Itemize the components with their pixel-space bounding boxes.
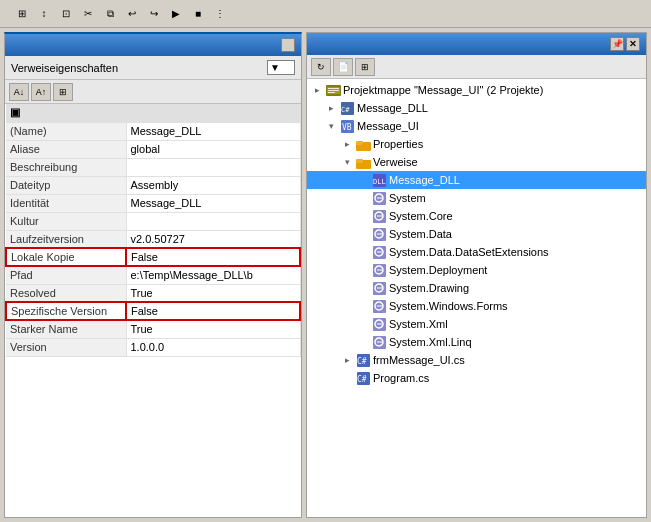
tree-item-14[interactable]: System.Xml.Linq bbox=[307, 333, 646, 351]
tree-item-4[interactable]: ▾Verweise bbox=[307, 153, 646, 171]
property-name-9: Resolved bbox=[6, 284, 126, 302]
tree-icon-13 bbox=[371, 316, 387, 332]
svg-text:C#: C# bbox=[357, 357, 367, 366]
tree-icon-9 bbox=[371, 244, 387, 260]
svg-text:DLL: DLL bbox=[373, 178, 386, 186]
toolbar-icon-10[interactable]: ⋮ bbox=[210, 4, 230, 24]
tree-item-16[interactable]: C#Program.cs bbox=[307, 369, 646, 387]
tree-expand-16[interactable] bbox=[339, 370, 355, 386]
tree-item-7[interactable]: System.Core bbox=[307, 207, 646, 225]
tree-expand-9[interactable] bbox=[355, 244, 371, 260]
refresh-button[interactable]: ↻ bbox=[311, 58, 331, 76]
property-value-12: 1.0.0.0 bbox=[126, 338, 300, 356]
panel-header-title: Verweiseigenschaften bbox=[11, 62, 118, 74]
top-toolbar: ⊞ ↕ ⊡ ✂ ⧉ ↩ ↪ ▶ ■ ⋮ bbox=[0, 0, 651, 28]
properties-button[interactable]: ⊞ bbox=[355, 58, 375, 76]
solution-tree[interactable]: ▸Projektmappe "Message_UI" (2 Projekte)▸… bbox=[307, 79, 646, 517]
property-name-5: Kultur bbox=[6, 212, 126, 230]
tree-expand-10[interactable] bbox=[355, 262, 371, 278]
sort-za-button[interactable]: A↑ bbox=[31, 83, 51, 101]
tree-label-12: System.Windows.Forms bbox=[389, 300, 508, 312]
tree-item-6[interactable]: System bbox=[307, 189, 646, 207]
property-name-4: Identität bbox=[6, 194, 126, 212]
property-name-10: Spezifische Version bbox=[6, 302, 126, 320]
tree-icon-7 bbox=[371, 208, 387, 224]
properties-table: ▣ (Name)Message_DLLAliaseglobalBeschreib… bbox=[5, 104, 301, 517]
eigenschaften-panel: Verweiseigenschaften ▼ A↓ A↑ ⊞ ▣ (Nam bbox=[4, 32, 302, 518]
tree-icon-2: VB bbox=[339, 118, 355, 134]
tree-expand-11[interactable] bbox=[355, 280, 371, 296]
property-row-6: Laufzeitversionv2.0.50727 bbox=[6, 230, 300, 248]
tree-label-7: System.Core bbox=[389, 210, 453, 222]
property-row-4: IdentitätMessage_DLL bbox=[6, 194, 300, 212]
panel-toolbar: A↓ A↑ ⊞ bbox=[5, 80, 301, 104]
close-button[interactable]: ✕ bbox=[626, 37, 640, 51]
tree-expand-0[interactable]: ▸ bbox=[309, 82, 325, 98]
panel-header-subtitle: Verweiseigenschaften bbox=[11, 62, 118, 74]
tree-icon-12 bbox=[371, 298, 387, 314]
pin-button[interactable]: 📌 bbox=[610, 37, 624, 51]
tree-icon-11 bbox=[371, 280, 387, 296]
tree-expand-3[interactable]: ▸ bbox=[339, 136, 355, 152]
tree-item-5[interactable]: DLLMessage_DLL bbox=[307, 171, 646, 189]
right-panel-titlebar: 📌 ✕ bbox=[307, 33, 646, 55]
property-value-8: e:\Temp\Message_DLL\b bbox=[126, 266, 300, 284]
tree-expand-6[interactable] bbox=[355, 190, 371, 206]
title-icons: 📌 ✕ bbox=[610, 37, 640, 51]
toolbar-icon-2[interactable]: ↕ bbox=[34, 4, 54, 24]
tree-item-10[interactable]: System.Deployment bbox=[307, 261, 646, 279]
tree-expand-2[interactable]: ▾ bbox=[323, 118, 339, 134]
tree-expand-1[interactable]: ▸ bbox=[323, 100, 339, 116]
tree-expand-15[interactable]: ▸ bbox=[339, 352, 355, 368]
property-value-2 bbox=[126, 158, 300, 176]
toolbar-icon-9[interactable]: ■ bbox=[188, 4, 208, 24]
tree-expand-7[interactable] bbox=[355, 208, 371, 224]
property-name-7: Lokale Kopie bbox=[6, 248, 126, 266]
svg-text:C#: C# bbox=[341, 106, 350, 114]
tree-expand-14[interactable] bbox=[355, 334, 371, 350]
right-panel-toolbar: ↻ 📄 ⊞ bbox=[307, 55, 646, 79]
toolbar-icon-5[interactable]: ⧉ bbox=[100, 4, 120, 24]
toolbar-icon-7[interactable]: ↪ bbox=[144, 4, 164, 24]
tree-item-0[interactable]: ▸Projektmappe "Message_UI" (2 Projekte) bbox=[307, 81, 646, 99]
tree-icon-6 bbox=[371, 190, 387, 206]
tree-item-15[interactable]: ▸C#frmMessage_UI.cs bbox=[307, 351, 646, 369]
property-row-3: DateitypAssembly bbox=[6, 176, 300, 194]
tree-label-0: Projektmappe "Message_UI" (2 Projekte) bbox=[343, 84, 543, 96]
tree-label-1: Message_DLL bbox=[357, 102, 428, 114]
tree-label-10: System.Deployment bbox=[389, 264, 487, 276]
tree-item-11[interactable]: System.Drawing bbox=[307, 279, 646, 297]
toolbar-icon-3[interactable]: ⊡ bbox=[56, 4, 76, 24]
tree-item-12[interactable]: System.Windows.Forms bbox=[307, 297, 646, 315]
toolbar-icon-1[interactable]: ⊞ bbox=[12, 4, 32, 24]
tree-item-1[interactable]: ▸C#Message_DLL bbox=[307, 99, 646, 117]
tree-item-2[interactable]: ▾VBMessage_UI bbox=[307, 117, 646, 135]
property-name-3: Dateityp bbox=[6, 176, 126, 194]
svg-text:VB: VB bbox=[342, 123, 352, 132]
tree-item-13[interactable]: System.Xml bbox=[307, 315, 646, 333]
toolbar-icon-4[interactable]: ✂ bbox=[78, 4, 98, 24]
tree-item-3[interactable]: ▸Properties bbox=[307, 135, 646, 153]
property-row-11: Starker NameTrue bbox=[6, 320, 300, 338]
tree-expand-12[interactable] bbox=[355, 298, 371, 314]
toolbar-icon-8[interactable]: ▶ bbox=[166, 4, 186, 24]
tree-label-16: Program.cs bbox=[373, 372, 429, 384]
tree-icon-15: C# bbox=[355, 352, 371, 368]
property-row-8: Pfade:\Temp\Message_DLL\b bbox=[6, 266, 300, 284]
tree-item-8[interactable]: System.Data bbox=[307, 225, 646, 243]
tree-expand-8[interactable] bbox=[355, 226, 371, 242]
tree-expand-4[interactable]: ▾ bbox=[339, 154, 355, 170]
panel-close-button[interactable] bbox=[281, 38, 295, 52]
panel-header-dropdown[interactable]: ▼ bbox=[267, 60, 295, 75]
show-all-files-button[interactable]: 📄 bbox=[333, 58, 353, 76]
tree-expand-13[interactable] bbox=[355, 316, 371, 332]
tree-item-9[interactable]: System.Data.DataSetExtensions bbox=[307, 243, 646, 261]
tree-icon-3 bbox=[355, 136, 371, 152]
property-value-9: True bbox=[126, 284, 300, 302]
property-name-2: Beschreibung bbox=[6, 158, 126, 176]
toolbar-icon-6[interactable]: ↩ bbox=[122, 4, 142, 24]
tree-expand-5[interactable] bbox=[355, 172, 371, 188]
property-row-1: Aliaseglobal bbox=[6, 140, 300, 158]
categorize-button[interactable]: ⊞ bbox=[53, 83, 73, 101]
sort-az-button[interactable]: A↓ bbox=[9, 83, 29, 101]
